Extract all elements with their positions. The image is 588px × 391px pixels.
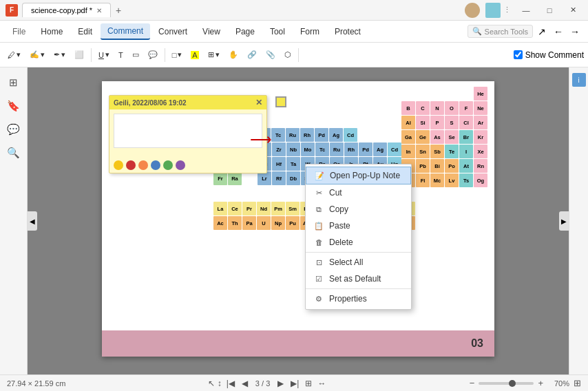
forward-icon[interactable]: → <box>567 24 582 39</box>
element-Ru2: Ru <box>330 142 344 156</box>
element-Pa: Pa <box>242 216 256 230</box>
cut-icon: ✂ <box>314 188 324 198</box>
fullscreen-button[interactable]: ⊞ <box>574 378 581 388</box>
zoom-out-button[interactable]: − <box>470 378 475 388</box>
context-menu-item-set-default[interactable]: ☑ Set as Default <box>306 271 411 287</box>
context-menu-label-paste: Paste <box>329 221 350 231</box>
menu-page[interactable]: Page <box>229 24 262 39</box>
color-dot-green[interactable] <box>163 160 173 170</box>
external-link-icon[interactable]: ↗ <box>534 24 549 39</box>
active-tab[interactable]: science-copy.pdf * ✕ <box>22 3 111 17</box>
menu-protect[interactable]: Protect <box>328 24 368 39</box>
first-page-button[interactable]: |◀ <box>224 378 237 389</box>
fit-width-icon[interactable]: ↔ <box>316 377 327 390</box>
menu-view[interactable]: View <box>196 24 227 39</box>
user-avatar <box>465 3 480 18</box>
close-button[interactable]: ✕ <box>563 3 582 17</box>
toolbar-eraser-btn[interactable]: ⬜ <box>71 48 87 61</box>
element-Rf: Rf <box>272 171 286 185</box>
sticky-note-close-button[interactable]: ✕ <box>255 98 262 107</box>
context-menu-item-paste[interactable]: 📋 Paste <box>306 218 411 234</box>
toolbar-text-btn[interactable]: T <box>115 49 127 61</box>
menu-file[interactable]: File <box>6 24 32 39</box>
right-panel-icon[interactable]: i <box>572 73 586 87</box>
next-page-button[interactable]: ▶ <box>275 378 286 389</box>
cursor-tool-icon[interactable]: ↖ <box>208 379 215 388</box>
toolbar-attach-btn[interactable]: 📎 <box>262 48 279 61</box>
toolbar-shapes-btn[interactable]: □▾ <box>169 48 186 61</box>
color-dot-red[interactable] <box>126 160 136 170</box>
color-dot-purple[interactable] <box>176 160 185 170</box>
sidebar-comment-icon[interactable]: 💬 <box>4 120 23 139</box>
hand-tool-icon[interactable]: ↕ <box>218 379 222 388</box>
element-La: La <box>213 202 227 215</box>
toolbar-hand-btn[interactable]: ✋ <box>225 48 242 61</box>
collapse-left-button[interactable]: ◀ <box>28 211 37 231</box>
new-tab-button[interactable]: + <box>111 3 126 18</box>
toolbar-pen-btn[interactable]: ✒▾ <box>50 48 69 61</box>
context-menu-item-properties[interactable]: ⚙ Properties <box>306 290 411 307</box>
element-Al: Al <box>401 116 415 129</box>
context-menu-item-delete[interactable]: 🗑 Delete <box>306 234 411 251</box>
element-Nd: Nd <box>257 202 271 215</box>
tab-close-button[interactable]: ✕ <box>96 7 102 14</box>
element-Tc2: Tc <box>315 142 329 156</box>
eraser-icon: ⬜ <box>74 50 84 59</box>
menu-tool[interactable]: Tool <box>263 24 292 39</box>
underline-icon: U <box>98 51 104 59</box>
context-menu-item-open-popup[interactable]: 📝 Open Pop-Up Note <box>306 167 411 184</box>
tab-filename: science-copy.pdf * <box>31 6 92 14</box>
element-He: He <box>474 87 487 101</box>
toolbar-sep-3 <box>298 48 299 62</box>
show-comment-control[interactable]: Show Comment <box>514 50 584 60</box>
zoom-slider[interactable] <box>479 382 534 385</box>
context-menu-item-copy[interactable]: ⧉ Copy <box>306 201 411 218</box>
color-dot-blue[interactable] <box>151 160 160 170</box>
search-tools-box[interactable]: 🔍 Search Tools <box>468 25 533 38</box>
toolbar-highlight-btn[interactable]: A <box>187 49 202 61</box>
zoom-in-button[interactable]: + <box>538 378 543 388</box>
sticky-note-textarea[interactable] <box>114 114 262 148</box>
menu-comment[interactable]: Comment <box>101 23 150 40</box>
element-Se: Se <box>445 130 459 144</box>
context-menu-item-cut[interactable]: ✂ Cut <box>306 184 411 201</box>
color-dot-yellow[interactable] <box>114 160 123 170</box>
minimize-button[interactable]: — <box>516 3 536 17</box>
last-page-button[interactable]: ▶| <box>288 378 301 389</box>
toolbar-textbox-btn[interactable]: ▭ <box>129 48 143 61</box>
toolbar-area-btn[interactable]: ⊞▾ <box>204 48 223 61</box>
maximize-button[interactable]: □ <box>540 3 559 17</box>
fit-page-icon[interactable]: ⊞ <box>304 377 313 390</box>
app-logo: F <box>6 4 18 17</box>
collapse-right-button[interactable]: ▶ <box>559 211 569 231</box>
zoom-handle[interactable] <box>509 380 516 387</box>
element-Pd-b: Pd <box>315 128 328 142</box>
annotation-pin[interactable] <box>275 96 286 107</box>
menu-home[interactable]: Home <box>34 24 70 39</box>
context-menu-item-select-all[interactable]: ⊡ Select All <box>306 254 411 271</box>
link-icon: 🔗 <box>247 50 257 59</box>
sidebar-bookmark-icon[interactable]: 🔖 <box>4 96 23 116</box>
sidebar-pages-icon[interactable]: ⊞ <box>4 73 23 92</box>
prev-page-button[interactable]: ◀ <box>240 378 250 389</box>
color-dot-orange[interactable] <box>138 160 148 170</box>
back-icon[interactable]: ← <box>551 24 566 39</box>
element-Cd-b: Cd <box>344 128 357 142</box>
page-display: 3 / 3 <box>253 379 273 388</box>
more-options-icon[interactable]: ⋮ <box>503 6 511 14</box>
menu-form[interactable]: Form <box>293 24 326 39</box>
toolbar-underline-btn[interactable]: U▾ <box>95 48 113 61</box>
show-comment-label: Show Comment <box>525 50 584 60</box>
sidebar-search-icon[interactable]: 🔍 <box>4 143 23 162</box>
menu-convert[interactable]: Convert <box>151 24 194 39</box>
toolbar-stamp2-btn[interactable]: ⬡ <box>281 48 295 61</box>
menu-edit[interactable]: Edit <box>71 24 99 39</box>
toolbar-handwrite-btn[interactable]: ✍▾ <box>26 48 48 61</box>
show-comment-checkbox[interactable] <box>514 50 523 59</box>
toolbar-link-btn[interactable]: 🔗 <box>244 48 260 61</box>
page-dimensions: 27.94 × 21.59 cm <box>7 379 65 388</box>
element-F: F <box>459 101 473 115</box>
textbox-icon: ▭ <box>132 50 139 59</box>
toolbar-stamp-btn[interactable]: 🖊 ▾ <box>4 48 24 61</box>
toolbar-callout-btn[interactable]: 💬 <box>145 48 161 61</box>
